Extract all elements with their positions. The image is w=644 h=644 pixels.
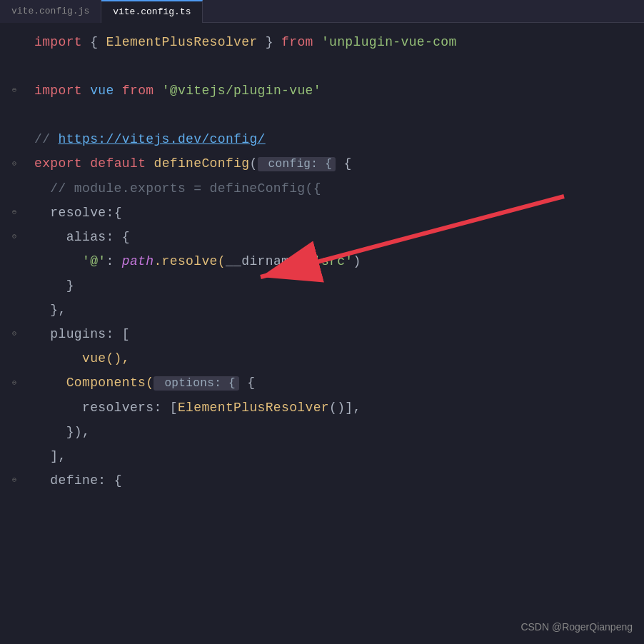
fn-resolve: .resolve(	[154, 254, 225, 268]
code-line-11: }	[29, 273, 74, 298]
param-box-options: options: {	[154, 376, 239, 391]
fold-icon-19[interactable]: ⊖	[10, 476, 19, 485]
line-15: ⊖ Components( options: { {	[0, 371, 644, 396]
fn-elementplusresolver: ElementPlusResolver	[106, 35, 257, 49]
prop-plugins: plugins:	[34, 327, 114, 341]
var-vue: vue	[90, 84, 114, 98]
gutter-1	[0, 38, 29, 46]
code-line-13: plugins: [	[29, 322, 130, 346]
code-line-7: // module.exports = defineConfig({	[29, 176, 321, 201]
tab-vite-config-ts[interactable]: vite.config.ts	[101, 0, 203, 23]
code-line-2	[29, 54, 42, 79]
gutter-19: ⊖	[0, 476, 29, 485]
line-8: ⊖ resolve:{	[0, 201, 644, 225]
watermark: CSDN @RogerQianpeng	[520, 621, 633, 633]
line-6: ⊖ export default defineConfig( config: {…	[0, 151, 644, 176]
gutter-13: ⊖	[0, 330, 29, 338]
fold-icon-9[interactable]: ⊖	[10, 233, 19, 241]
comment-1: //	[34, 132, 59, 146]
editor-container: vite.config.js vite.config.ts import { E…	[0, 0, 644, 644]
prop-resolvers: resolvers:	[34, 401, 162, 415]
kw-import-1: import	[34, 35, 82, 49]
gutter-15: ⊖	[0, 379, 29, 388]
code-line-12: },	[29, 298, 66, 322]
code-line-15: Components( options: { {	[29, 371, 255, 396]
prop-define: define:	[34, 473, 106, 488]
line-4	[0, 103, 644, 127]
code-line-19: define: {	[29, 468, 122, 493]
prop-alias: alias:	[34, 230, 114, 244]
code-line-1: import { ElementPlusResolver } from 'unp…	[29, 30, 457, 54]
str-plugin-vue: '@vitejs/plugin-vue'	[162, 84, 321, 98]
prop-resolve: resolve:	[34, 206, 114, 220]
line-10: '@': path.resolve(__dirname, 'src')	[0, 249, 644, 273]
fold-icon-1[interactable]	[10, 38, 19, 46]
line-7: // module.exports = defineConfig({	[0, 176, 644, 201]
line-14: vue(),	[0, 346, 644, 371]
comment-2: // module.exports = defineConfig({	[34, 181, 321, 196]
line-3: ⊖ import vue from '@vitejs/plugin-vue'	[0, 79, 644, 103]
url-vitejs[interactable]: https://vitejs.dev/config/	[59, 132, 266, 146]
code-line-5: // https://vitejs.dev/config/	[29, 127, 266, 151]
kw-import-3: import	[34, 84, 82, 98]
line-19: ⊖ define: {	[0, 468, 644, 493]
fold-icon-15[interactable]: ⊖	[10, 379, 19, 388]
line-9: ⊖ alias: {	[0, 225, 644, 249]
gutter-3: ⊖	[0, 86, 29, 95]
code-line-8: resolve:{	[29, 201, 122, 225]
tab-vite-config-js[interactable]: vite.config.js	[0, 0, 101, 23]
tab-bar: vite.config.js vite.config.ts	[0, 0, 644, 23]
kw-from-1: from	[281, 35, 313, 49]
code-line-16: resolvers: [ElementPlusResolver()],	[29, 396, 361, 420]
fn-elementplusresolver-call: ElementPlusResolver	[178, 401, 329, 415]
fold-icon-3[interactable]: ⊖	[10, 86, 19, 95]
code-line-14: vue(),	[29, 346, 130, 371]
kw-export: export	[34, 156, 82, 171]
code-line-18: ],	[29, 444, 66, 468]
kw-from-3: from	[122, 84, 154, 98]
gutter-9: ⊖	[0, 233, 29, 241]
punct-2: }	[258, 35, 282, 49]
var-path: path	[122, 254, 154, 268]
line-11: }	[0, 273, 644, 298]
fn-defineconfig: defineConfig	[154, 156, 249, 171]
code-line-9: alias: {	[29, 225, 130, 249]
fn-vue-call: vue(),	[34, 351, 130, 366]
gutter-6: ⊖	[0, 160, 29, 168]
code-line-4	[29, 103, 42, 127]
str-src: 'src'	[313, 254, 353, 268]
punct-1: {	[82, 35, 106, 49]
line-1: import { ElementPlusResolver } from 'unp…	[0, 30, 644, 54]
code-line-10: '@': path.resolve(__dirname, 'src')	[29, 249, 361, 273]
var-dirname: __dirname	[226, 254, 297, 268]
line-13: ⊖ plugins: [	[0, 322, 644, 346]
code-area: import { ElementPlusResolver } from 'unp…	[0, 23, 644, 500]
fold-icon-13[interactable]: ⊖	[10, 330, 19, 338]
str-at: '@'	[34, 254, 106, 268]
line-16: resolvers: [ElementPlusResolver()],	[0, 396, 644, 420]
line-18: ],	[0, 444, 644, 468]
fold-icon-8[interactable]: ⊖	[10, 208, 19, 217]
gutter-8: ⊖	[0, 208, 29, 217]
line-5: // https://vitejs.dev/config/	[0, 127, 644, 151]
line-2	[0, 54, 644, 79]
line-17: }),	[0, 420, 644, 444]
code-line-3: import vue from '@vitejs/plugin-vue'	[29, 79, 321, 103]
code-line-17: }),	[29, 420, 90, 444]
fn-components: Components(	[34, 376, 154, 390]
param-box-config: config: {	[258, 157, 336, 171]
code-line-6: export default defineConfig( config: { {	[29, 151, 352, 176]
fold-icon-6[interactable]: ⊖	[10, 160, 19, 168]
str-1: 'unplugin-vue-com	[313, 35, 457, 49]
line-12: },	[0, 298, 644, 322]
kw-default: default	[90, 156, 146, 171]
